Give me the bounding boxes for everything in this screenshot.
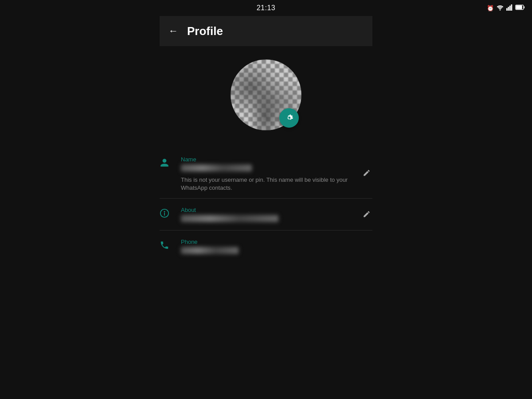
svg-rect-3 [509,5,511,10]
status-bar: 21:13 ⏰ [0,0,532,16]
avatar-section [160,59,372,130]
person-icon [160,156,172,168]
page-title: Profile [187,24,223,38]
name-subtext: This is not your username or pin. This n… [181,176,352,192]
app-bar: ← Profile [160,16,372,46]
change-photo-button[interactable] [279,108,299,128]
edit-about-button[interactable] [361,208,372,222]
name-field-content: Name This is not your username or pin. T… [181,156,352,192]
name-value [181,164,352,173]
status-icons: ⏰ [487,4,525,12]
battery-icon [515,4,525,12]
svg-rect-1 [506,8,508,11]
info-icon [160,207,172,218]
profile-content: Name This is not your username or pin. T… [160,46,372,262]
status-time: 21:13 [257,4,276,12]
about-field-row: About [160,199,372,230]
phone-blurred [181,247,239,254]
about-value [181,215,352,224]
name-label: Name [181,156,352,163]
phone-label: Phone [181,239,372,245]
about-label: About [181,207,352,213]
svg-rect-6 [524,6,524,8]
svg-point-0 [500,9,501,11]
signal-icon [506,4,512,12]
back-button[interactable]: ← [168,26,178,36]
edit-name-button[interactable] [361,167,372,181]
phone-field-content: Phone [181,239,372,256]
name-blurred [181,164,252,172]
phone-field-row: Phone [160,231,372,262]
phone-value [181,247,372,256]
about-blurred [181,215,278,222]
svg-rect-4 [511,4,512,11]
avatar-wrapper[interactable] [231,59,301,130]
name-field-row: Name This is not your username or pin. T… [160,148,372,198]
svg-rect-2 [508,7,509,10]
wifi-icon [497,4,504,12]
camera-icon [284,113,294,123]
svg-rect-7 [516,5,522,9]
phone-icon [160,239,172,250]
alarm-icon: ⏰ [487,5,494,12]
about-field-content: About [181,207,352,224]
